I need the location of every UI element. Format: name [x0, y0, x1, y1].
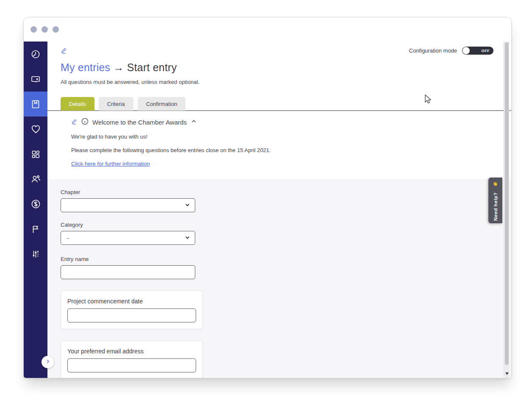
welcome-paragraph: Please complete the following questions …	[71, 147, 499, 153]
clock-icon	[30, 49, 41, 59]
flag-icon	[30, 224, 41, 234]
email-card: Your preferred email address	[61, 340, 203, 378]
app-window: My entries → Start entry All questions m…	[23, 17, 512, 378]
project-date-input[interactable]	[67, 308, 196, 322]
category-select[interactable]: -	[61, 231, 195, 245]
entry-name-label: Entry name	[61, 256, 499, 262]
main-content: My entries → Start entry All questions m…	[47, 42, 511, 378]
category-field: Category -	[61, 222, 499, 245]
dashboard-icon	[30, 149, 41, 159]
toggle-state-label: OFF	[482, 49, 490, 53]
sidebar-item-entries[interactable]	[24, 92, 47, 117]
email-input[interactable]	[67, 358, 196, 372]
sidebar-expand-button[interactable]	[42, 356, 54, 368]
sidebar-item-dashboard[interactable]	[24, 142, 47, 167]
tab-confirmation[interactable]: Confirmation	[138, 97, 186, 111]
users-icon	[30, 174, 41, 184]
need-help-tab[interactable]: Need help?	[488, 178, 502, 223]
chapter-label: Chapter	[61, 189, 499, 195]
entry-name-field: Entry name	[61, 256, 499, 279]
chevron-right-icon	[44, 358, 51, 366]
collapse-chevron-icon[interactable]	[191, 118, 197, 126]
breadcrumb: My entries → Start entry	[61, 61, 494, 74]
heart-icon	[30, 124, 41, 134]
sidebar-item-users[interactable]	[24, 167, 47, 192]
welcome-panel: Welcome to the Chamber Awards We're glad…	[47, 111, 511, 179]
chevron-down-icon	[185, 235, 190, 242]
project-date-label: Project commencement date	[67, 298, 196, 305]
map-x-icon	[30, 74, 41, 85]
welcome-title: Welcome to the Chamber Awards	[92, 119, 187, 126]
tab-criteria[interactable]: Criteria	[99, 97, 133, 111]
breadcrumb-separator: →	[113, 61, 124, 73]
need-help-label: Need help?	[493, 192, 498, 221]
book-bookmark-icon	[30, 99, 41, 109]
page-subtitle: All questions must be answered, unless m…	[61, 79, 494, 85]
sidebar-item-settings[interactable]	[24, 242, 47, 267]
sidebar-item-map[interactable]	[24, 67, 47, 92]
entry-name-input[interactable]	[61, 265, 195, 279]
sliders-icon	[30, 249, 41, 259]
email-label: Your preferred email address	[67, 348, 196, 355]
scrollbar-down-arrow-icon[interactable]	[505, 372, 509, 375]
window-titlebar	[24, 17, 511, 42]
sidebar-item-flags[interactable]	[24, 217, 47, 242]
chapter-select[interactable]	[61, 198, 195, 212]
edit-page-icon[interactable]	[61, 47, 67, 56]
traffic-light-dot[interactable]	[42, 26, 48, 33]
breadcrumb-my-entries-link[interactable]: My entries	[61, 61, 110, 73]
traffic-light-dot[interactable]	[53, 26, 59, 33]
info-icon	[81, 118, 89, 126]
edit-section-icon[interactable]	[71, 118, 78, 126]
dollar-icon	[30, 199, 41, 209]
tab-details[interactable]: Details	[61, 97, 94, 111]
toggle-knob	[463, 47, 470, 54]
vertical-scrollbar[interactable]	[504, 42, 509, 378]
configuration-mode: Configuration mode OFF	[409, 47, 493, 55]
tab-bar: Details Criteria Confirmation	[47, 97, 511, 111]
welcome-paragraph: We're glad to have you with us!	[71, 133, 499, 140]
configuration-mode-toggle[interactable]: OFF	[462, 47, 493, 55]
scrollbar-thumb[interactable]	[505, 42, 509, 365]
help-hand-icon	[492, 181, 499, 189]
page-title: Start entry	[127, 61, 177, 73]
chapter-field: Chapter	[61, 189, 499, 212]
chevron-down-icon	[185, 202, 190, 209]
project-date-card: Project commencement date	[61, 290, 203, 329]
sidebar	[24, 42, 47, 378]
category-label: Category	[61, 222, 499, 228]
sidebar-item-payments[interactable]	[24, 192, 47, 217]
configuration-mode-label: Configuration mode	[409, 47, 457, 54]
traffic-light-dot[interactable]	[30, 26, 37, 33]
further-information-link[interactable]: Click here for further information	[71, 161, 150, 167]
category-select-value: -	[67, 235, 69, 241]
sidebar-item-clock[interactable]	[24, 42, 47, 67]
sidebar-item-favourites[interactable]	[24, 117, 47, 142]
entry-form: Chapter Category -	[47, 179, 511, 378]
